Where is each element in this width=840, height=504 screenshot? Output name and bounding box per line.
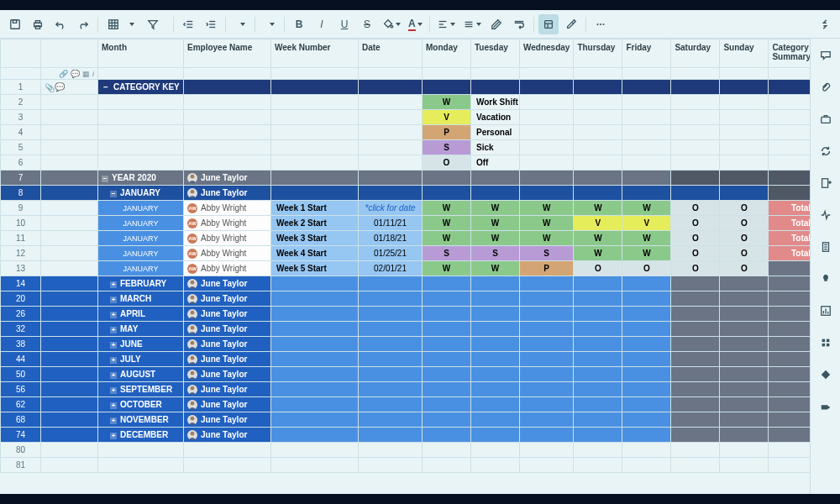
gutter-header[interactable]: [41, 39, 98, 68]
category-total[interactable]: Total:: [769, 216, 810, 231]
legend-label[interactable]: Sick: [471, 140, 520, 155]
expand-icon[interactable]: +: [110, 402, 117, 409]
row-num[interactable]: 56: [1, 382, 41, 397]
month-cell[interactable]: JANUARY: [98, 216, 184, 231]
legend-label[interactable]: Off: [471, 155, 520, 171]
week-cell[interactable]: Week 2 Start: [271, 216, 359, 231]
year-toggle[interactable]: −YEAR 2020: [98, 171, 184, 186]
legend-label[interactable]: Work Shift: [471, 95, 520, 110]
col-category[interactable]: Category Summary: [769, 39, 810, 68]
col-date[interactable]: Date: [359, 39, 423, 68]
chart-icon[interactable]: [816, 301, 836, 321]
date-cell[interactable]: 02/01/21: [359, 261, 423, 276]
font-family-dropdown[interactable]: [230, 14, 250, 34]
row-num[interactable]: 5: [1, 140, 41, 155]
month-toggle[interactable]: +OCTOBER: [98, 397, 184, 412]
legend-key[interactable]: P: [423, 125, 471, 140]
col-tuesday[interactable]: Tuesday: [471, 39, 520, 68]
employee-cell[interactable]: AWAbby Wright: [184, 246, 271, 261]
expand-icon[interactable]: +: [110, 387, 117, 394]
day-cell[interactable]: W: [622, 201, 671, 216]
legend-key[interactable]: O: [423, 155, 471, 171]
expand-icon[interactable]: +: [110, 312, 117, 318]
day-cell[interactable]: W: [471, 261, 520, 276]
month-cell[interactable]: JANUARY: [98, 261, 184, 276]
collapse-icon[interactable]: −: [102, 83, 110, 92]
day-cell[interactable]: V: [574, 216, 622, 231]
bold-button[interactable]: B: [289, 14, 309, 34]
row-num[interactable]: 8: [1, 186, 41, 201]
row-num[interactable]: 26: [1, 307, 41, 322]
view-mode-dropdown[interactable]: [102, 14, 139, 34]
month-toggle[interactable]: +MARCH: [98, 291, 184, 307]
day-cell[interactable]: W: [471, 201, 520, 216]
corner[interactable]: [1, 39, 41, 68]
day-cell[interactable]: O: [720, 216, 769, 231]
row-num[interactable]: 32: [1, 322, 41, 337]
day-cell[interactable]: O: [671, 201, 720, 216]
employee-cell[interactable]: June Taylor: [184, 412, 271, 428]
employee-cell[interactable]: AWAbby Wright: [184, 201, 271, 216]
day-cell[interactable]: O: [720, 246, 769, 261]
row-gutter[interactable]: 📎💬: [41, 80, 98, 95]
employee-cell[interactable]: June Taylor: [184, 367, 271, 382]
employee-cell[interactable]: June Taylor: [184, 397, 271, 412]
document-icon[interactable]: [816, 237, 836, 257]
month-toggle[interactable]: +SEPTEMBER: [98, 382, 184, 397]
month-toggle[interactable]: +DECEMBER: [98, 428, 184, 443]
indent-icon[interactable]: [201, 14, 221, 34]
row-num[interactable]: 20: [1, 291, 41, 307]
employee-cell[interactable]: June Taylor: [184, 171, 271, 186]
col-saturday[interactable]: Saturday: [671, 39, 720, 68]
month-toggle[interactable]: +NOVEMBER: [98, 412, 184, 428]
month-toggle[interactable]: +MAY: [98, 322, 184, 337]
day-cell[interactable]: W: [574, 231, 622, 246]
day-cell[interactable]: W: [622, 246, 671, 261]
row-num[interactable]: 80: [1, 443, 41, 458]
col-employee[interactable]: Employee Name: [184, 39, 271, 68]
week-cell[interactable]: Week 1 Start: [271, 201, 359, 216]
expand-icon[interactable]: +: [110, 433, 117, 439]
wrap-text-icon[interactable]: [509, 14, 529, 34]
more-icon[interactable]: [591, 14, 611, 34]
clear-format-icon[interactable]: [486, 14, 507, 34]
font-size-dropdown[interactable]: [260, 14, 280, 34]
row-num[interactable]: 10: [1, 216, 41, 231]
month-toggle[interactable]: +JUNE: [98, 337, 184, 352]
row-num[interactable]: 4: [1, 125, 41, 140]
day-cell[interactable]: W: [622, 231, 671, 246]
day-cell[interactable]: W: [423, 201, 471, 216]
filter-button[interactable]: [142, 14, 169, 34]
category-total[interactable]: Total:: [769, 201, 810, 216]
month-toggle[interactable]: +AUGUST: [98, 367, 184, 382]
month-toggle[interactable]: +FEBRUARY: [98, 276, 184, 291]
fill-color-button[interactable]: [380, 14, 403, 34]
category-key-header[interactable]: −CATEGORY KEY: [98, 80, 184, 95]
expand-icon[interactable]: +: [110, 342, 117, 349]
row-num[interactable]: 2: [1, 95, 41, 110]
print-icon[interactable]: [28, 14, 48, 34]
date-cell[interactable]: 01/11/21: [359, 216, 423, 231]
day-cell[interactable]: W: [574, 201, 622, 216]
row-num[interactable]: 3: [1, 110, 41, 125]
italic-button[interactable]: I: [312, 14, 332, 34]
legend-label[interactable]: Personal: [471, 125, 520, 140]
day-cell[interactable]: V: [622, 216, 671, 231]
refresh-icon[interactable]: [816, 141, 836, 161]
day-cell[interactable]: P: [520, 261, 574, 276]
briefcase-icon[interactable]: [816, 109, 836, 129]
align-h-button[interactable]: [434, 14, 458, 34]
expand-icon[interactable]: +: [110, 327, 117, 333]
save-icon[interactable]: [5, 14, 25, 34]
employee-cell[interactable]: June Taylor: [184, 276, 271, 291]
month-toggle[interactable]: +APRIL: [98, 307, 184, 322]
idea-icon[interactable]: [816, 269, 836, 289]
day-cell[interactable]: W: [520, 216, 574, 231]
month-toggle[interactable]: −JANUARY: [98, 186, 184, 201]
employee-cell[interactable]: June Taylor: [184, 307, 271, 322]
underline-button[interactable]: U: [334, 14, 354, 34]
col-thursday[interactable]: Thursday: [574, 39, 622, 68]
col-week[interactable]: Week Number: [271, 39, 359, 68]
day-cell[interactable]: O: [720, 201, 769, 216]
spreadsheet-grid[interactable]: MonthEmployee NameWeek NumberDateMondayT…: [0, 39, 810, 494]
